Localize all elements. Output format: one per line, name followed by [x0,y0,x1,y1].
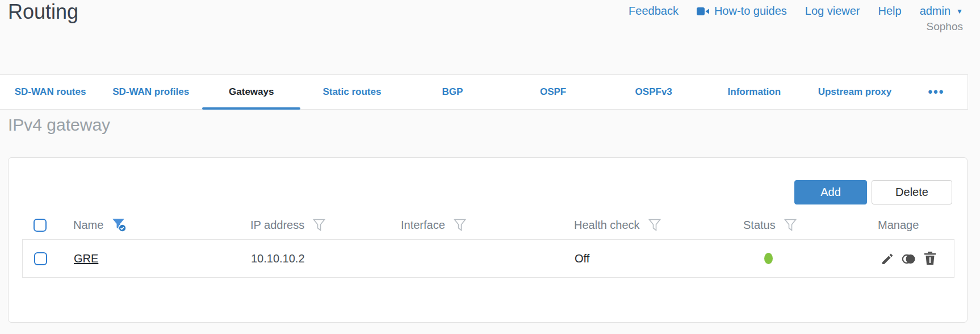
select-all-checkbox[interactable] [33,219,47,232]
help-link[interactable]: Help [878,5,901,18]
tab-sdwan-profiles[interactable]: SD-WAN profiles [100,75,201,109]
row-checkbox[interactable] [34,252,47,265]
table-header-row: Name IP address Interface Health check [22,211,954,239]
table-toolbar: Add Delete [794,180,952,204]
header-links: Feedback How-to guides Log viewer Help a… [629,5,963,18]
filter-active-icon[interactable] [111,218,127,232]
howto-guides-link[interactable]: How-to guides [697,5,787,18]
column-header-ip-address: IP address [250,219,304,232]
manage-cell [878,251,954,266]
video-camera-icon [697,7,710,16]
user-menu-label: admin [920,5,950,18]
tab-ospfv3[interactable]: OSPFv3 [604,75,704,109]
section-heading: IPv4 gateway [8,115,110,135]
tab-information[interactable]: Information [704,75,805,109]
tab-bgp[interactable]: BGP [402,75,502,109]
filter-icon[interactable] [648,218,661,232]
filter-icon[interactable] [453,218,467,232]
chevron-down-icon: ▼ [956,7,963,15]
filter-icon[interactable] [312,218,326,232]
tab-ospf[interactable]: OSPF [503,75,604,109]
filter-icon[interactable] [784,218,797,232]
column-header-manage: Manage [878,219,919,232]
health-check-cell: Off [575,252,744,265]
gateway-name-link[interactable]: GRE [74,252,98,265]
column-header-status: Status [743,219,776,232]
page-title: Routing [8,0,78,24]
tab-sdwan-routes[interactable]: SD-WAN routes [0,75,100,109]
delete-button[interactable]: Delete [872,180,952,204]
feedback-link[interactable]: Feedback [629,5,679,18]
tabs-more-button[interactable]: ••• [905,75,968,109]
column-header-health-check: Health check [574,219,640,232]
tab-static-routes[interactable]: Static routes [301,75,402,109]
status-indicator [764,253,773,264]
howto-guides-label: How-to guides [714,5,787,18]
ipv4-gateway-card: Add Delete Name IP address Interface [8,157,968,323]
add-button[interactable]: Add [794,180,867,204]
user-menu[interactable]: admin ▼ [920,5,963,18]
delete-icon[interactable] [923,251,937,266]
tab-gateways[interactable]: Gateways [201,75,301,109]
column-header-name: Name [73,219,103,232]
table-row: GRE 10.10.10.2 Off [22,239,954,278]
feedback-link-label: Feedback [629,5,679,18]
brand-label: Sophos [927,20,963,33]
log-viewer-link[interactable]: Log viewer [805,5,860,18]
ip-address-cell: 10.10.10.2 [251,252,401,265]
clone-icon[interactable] [902,252,916,266]
help-label: Help [878,5,901,18]
tab-bar: SD-WAN routes SD-WAN profiles Gateways S… [0,74,968,110]
edit-icon[interactable] [881,252,895,266]
column-header-interface: Interface [401,219,445,232]
tab-upstream-proxy[interactable]: Upstream proxy [805,75,905,109]
log-viewer-label: Log viewer [805,5,860,18]
